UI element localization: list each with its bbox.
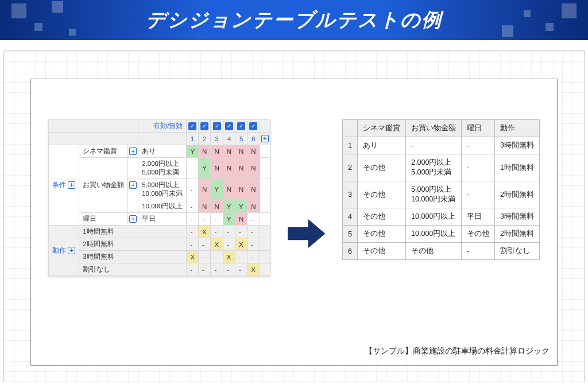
table-row: 4その他10,000円以上平日3時間無料 [343, 208, 540, 226]
table-row: 2その他2,000円以上 5,000円未満-1時間無料 [343, 154, 540, 181]
svg-marker-0 [288, 219, 325, 248]
check-icon: ✓ [213, 122, 221, 130]
plus-icon[interactable]: + [68, 247, 75, 254]
table-row: 6その他その他-割引なし [343, 243, 540, 260]
sample-caption: 【サンプル】商業施設の駐車場の料金計算ロジック [365, 346, 550, 356]
title-banner: デシジョンテーブルテストの例 [0, 0, 588, 40]
decision-table: 有効/無効 ✓ ✓ ✓ ✓ ✓ ✓ 1 2 3 4 5 6 + 条件 [48, 119, 270, 276]
cond-add[interactable]: + [128, 213, 138, 226]
plus-icon: + [129, 148, 137, 155]
table-row: 1あり--3時間無料 [343, 137, 540, 154]
content-panel: 有効/無効 ✓ ✓ ✓ ✓ ✓ ✓ 1 2 3 4 5 6 + 条件 [30, 79, 558, 366]
table-row: 5その他10,000円以上その他2時間無料 [343, 226, 540, 243]
cond-add[interactable]: + [128, 158, 138, 213]
valid-label: 有効/無効 [138, 120, 187, 133]
col-check-2[interactable]: ✓ [199, 120, 211, 133]
slide-title: デシジョンテーブルテストの例 [146, 7, 442, 33]
check-icon: ✓ [225, 122, 233, 130]
check-icon: ✓ [249, 122, 257, 130]
conditions-label: 条件 + [49, 145, 79, 226]
check-icon: ✓ [237, 122, 245, 130]
table-row: 3その他5,000円以上 10,000円未満-2時間無料 [343, 181, 540, 208]
content-frame: 有効/無効 ✓ ✓ ✓ ✓ ✓ ✓ 1 2 3 4 5 6 + 条件 [3, 51, 585, 382]
col-check-3[interactable]: ✓ [211, 120, 223, 133]
cond-add[interactable]: + [128, 145, 138, 158]
plus-icon: + [129, 181, 137, 189]
check-icon: ✓ [188, 122, 196, 130]
check-icon: ✓ [200, 122, 208, 130]
plus-icon: + [261, 135, 269, 142]
plus-icon: + [129, 215, 137, 223]
plus-icon[interactable]: + [68, 181, 75, 189]
arrow-icon [288, 218, 325, 250]
col-check-5[interactable]: ✓ [235, 120, 247, 133]
add-column-button[interactable]: + [260, 133, 270, 145]
cell-multiline: 2,000円以上 5,000円未満 [406, 154, 462, 181]
col-check-6[interactable]: ✓ [247, 120, 260, 133]
actions-label: 動作 + [49, 226, 79, 276]
output-table: シネマ鑑賞 お買い物金額 曜日 動作 1あり--3時間無料 2その他2,000円… [342, 119, 540, 260]
col-check-4[interactable]: ✓ [223, 120, 235, 133]
col-check-1[interactable]: ✓ [187, 120, 199, 133]
